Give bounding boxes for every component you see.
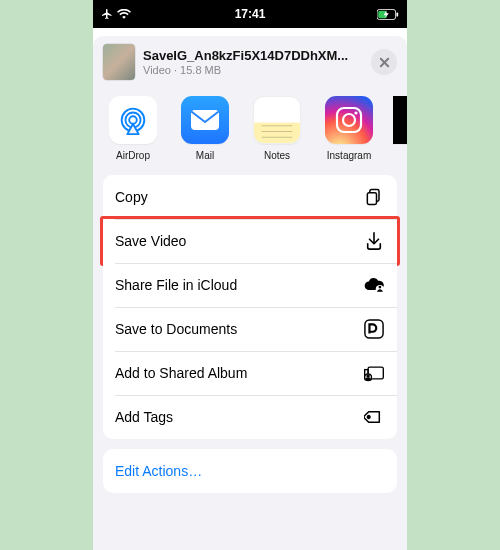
svg-rect-10 [337, 108, 361, 132]
svg-rect-17 [365, 320, 383, 338]
svg-point-11 [343, 114, 355, 126]
share-target-instagram[interactable]: Instagram [321, 96, 377, 161]
action-copy[interactable]: Copy [103, 175, 397, 219]
wifi-icon [117, 9, 131, 19]
action-label: Save to Documents [115, 321, 237, 337]
edit-actions-group: Edit Actions… [103, 449, 397, 493]
action-label: Copy [115, 189, 148, 205]
airplane-mode-icon [101, 8, 113, 20]
action-label: Share File in iCloud [115, 277, 237, 293]
share-target-label: Notes [264, 150, 290, 161]
svg-rect-14 [367, 193, 376, 205]
action-add-tags[interactable]: Add Tags [103, 395, 397, 439]
svg-point-16 [379, 286, 382, 289]
share-sheet: SaveIG_An8kzFi5X14D7DDhXM... Video · 15.… [93, 36, 407, 550]
mail-icon [181, 96, 229, 144]
battery-icon [377, 9, 399, 20]
action-label: Add to Shared Album [115, 365, 247, 381]
action-save-documents[interactable]: Save to Documents [103, 307, 397, 351]
app-icon [393, 96, 407, 144]
action-save-video[interactable]: Save Video [103, 219, 397, 263]
instagram-icon [325, 96, 373, 144]
svg-point-22 [367, 415, 371, 419]
file-subtitle: Video · 15.8 MB [143, 64, 371, 76]
action-share-icloud[interactable]: Share File in iCloud [103, 263, 397, 307]
status-time: 17:41 [93, 7, 407, 21]
tag-icon [363, 406, 385, 428]
close-button[interactable] [371, 49, 397, 75]
share-sheet-header: SaveIG_An8kzFi5X14D7DDhXM... Video · 15.… [93, 36, 407, 92]
svg-point-3 [129, 116, 137, 124]
copy-icon [363, 186, 385, 208]
edit-actions-button[interactable]: Edit Actions… [103, 449, 397, 493]
status-bar: 17:41 [93, 0, 407, 28]
share-target-label: Mail [196, 150, 214, 161]
share-target-label: Instagram [327, 150, 371, 161]
airdrop-icon [109, 96, 157, 144]
close-icon [379, 57, 390, 68]
svg-rect-2 [396, 12, 398, 16]
share-target-mail[interactable]: Mail [177, 96, 233, 161]
download-icon [363, 230, 385, 252]
notes-icon [253, 96, 301, 144]
share-target-more[interactable] [393, 96, 407, 161]
device-frame: 17:41 SaveIG_An8kzFi5X14D7DDhXM... Video… [93, 0, 407, 550]
share-target-label: AirDrop [116, 150, 150, 161]
share-target-airdrop[interactable]: AirDrop [105, 96, 161, 161]
svg-rect-6 [191, 110, 219, 130]
file-title: SaveIG_An8kzFi5X14D7DDhXM... [143, 48, 371, 63]
share-targets-row: AirDrop Mail Notes [93, 92, 407, 171]
documents-app-icon [363, 318, 385, 340]
file-thumbnail [103, 44, 135, 80]
underlying-app: SaveIG_An8kzFi5X14D7DDhXM... Video · 15.… [93, 28, 407, 550]
edit-actions-label: Edit Actions… [115, 463, 202, 479]
shared-album-icon [363, 362, 385, 384]
action-label: Add Tags [115, 409, 173, 425]
svg-point-21 [367, 375, 369, 377]
icloud-share-icon [363, 274, 385, 296]
action-shared-album[interactable]: Add to Shared Album [103, 351, 397, 395]
action-label: Save Video [115, 233, 186, 249]
share-target-notes[interactable]: Notes [249, 96, 305, 161]
svg-point-12 [354, 111, 357, 114]
action-list: Copy Save Video Share File in iCloud [103, 175, 397, 439]
